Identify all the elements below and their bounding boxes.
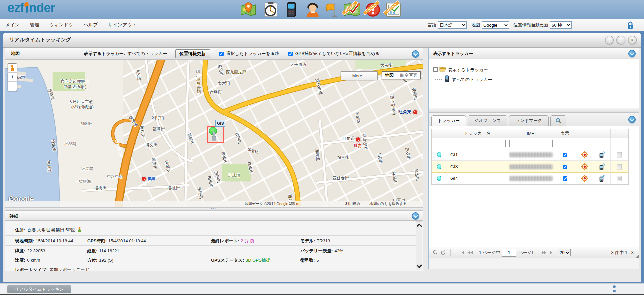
maximize-button[interactable]: + xyxy=(616,36,625,44)
menu-window[interactable]: ウィンドウ xyxy=(49,22,73,28)
tab-geofence[interactable]: ジオフェンス xyxy=(468,115,507,126)
imei-filter-input[interactable] xyxy=(509,140,553,147)
tracker-name-cell[interactable]: GI3 xyxy=(447,161,508,173)
map-street-label: 維港灣 xyxy=(81,166,93,172)
auto-update-select[interactable]: 60 秒 xyxy=(550,21,572,29)
update-location-button[interactable]: 位置情報更新 xyxy=(175,49,210,58)
tabs-collapse-chevron-icon[interactable] xyxy=(628,116,636,123)
tracker-connect-icon[interactable] xyxy=(593,173,611,184)
pager-first-icon[interactable] xyxy=(460,250,465,255)
details-scrollbar[interactable] xyxy=(416,221,422,270)
pager-total-label: 1 ページ中 xyxy=(479,250,500,256)
name-filter-input[interactable] xyxy=(449,140,506,147)
maptype-map-button[interactable]: 地図 xyxy=(382,71,397,79)
map-details-splitter[interactable]: ··· xyxy=(5,207,423,211)
pager-refresh-icon[interactable] xyxy=(440,250,446,255)
visible-checkbox[interactable] xyxy=(563,153,567,157)
details-collapse-chevron-icon[interactable] xyxy=(412,212,419,220)
pager-last-icon[interactable] xyxy=(549,250,554,255)
page-number-input[interactable] xyxy=(502,249,516,257)
menubar: メイン 管理 ウィンドウ ヘルプ サインアウト 言語 日本語 地図 Google… xyxy=(0,19,644,32)
resize-handle[interactable] xyxy=(636,255,639,258)
scroll-up-icon[interactable] xyxy=(417,224,422,229)
tracker-marker-label[interactable]: GI3 xyxy=(215,120,225,127)
map-street-label: 西九龍走廊 xyxy=(226,69,246,75)
map-street-label: 太子道西 xyxy=(290,62,306,68)
close-button[interactable]: × xyxy=(628,36,637,44)
tracker-name-cell[interactable]: GI4 xyxy=(447,173,508,184)
panel-vertical-splitter[interactable]: ⋮ xyxy=(423,48,428,269)
tree-root-label[interactable]: 表示するトラッカー xyxy=(448,67,488,73)
map-zoom-control: + − xyxy=(8,63,17,91)
visible-checkbox[interactable] xyxy=(563,165,567,169)
report-map-error-link[interactable]: 地図の誤りを報告する xyxy=(369,201,407,206)
menu-help[interactable]: ヘルプ xyxy=(84,22,98,28)
speed-field: 速度:0 km/h xyxy=(15,257,40,263)
tracker-connect-icon[interactable] xyxy=(593,149,611,161)
tracker-marker-person-icon[interactable] xyxy=(211,131,217,142)
menu-admin[interactable]: 管理 xyxy=(30,22,39,28)
map-street-label: 大南街 xyxy=(380,63,392,68)
tab-trackers[interactable]: トラッカー xyxy=(431,115,466,126)
side-panel-collapse-chevron-icon[interactable] xyxy=(628,50,636,57)
map-canvas[interactable]: 渡碼頭官立嘉道理爵士中學(西九龍)海輝道大角咀天主教小學(海帆道)凱帆軒海帆道浪… xyxy=(5,60,423,207)
history-icon[interactable] xyxy=(262,2,279,17)
locate-target-icon[interactable] xyxy=(576,161,593,173)
search-icon xyxy=(555,118,561,124)
map-street-label: 鐵樹街 xyxy=(220,151,229,164)
locate-target-icon[interactable] xyxy=(576,173,593,184)
taskbar-realtime-tracking-button[interactable]: リアルタイムトラッキン xyxy=(7,285,71,293)
user-icon[interactable] xyxy=(304,2,321,17)
locate-target-icon[interactable] xyxy=(576,149,593,161)
col-tracker-name[interactable]: トラッカー名 xyxy=(447,129,508,138)
tree-table-splitter[interactable]: ··· xyxy=(429,108,639,113)
map-street-label: 荔枝角道 xyxy=(314,78,324,95)
pager-prev-icon[interactable] xyxy=(467,250,473,255)
language-select[interactable]: 日本語 xyxy=(438,21,467,29)
zoom-in-button[interactable]: + xyxy=(8,73,17,82)
scroll-down-icon[interactable] xyxy=(417,263,422,268)
pegman-icon[interactable] xyxy=(8,64,17,73)
tracker-row-gi1[interactable]: GI1 xyxy=(432,149,628,161)
maptype-satellite-button[interactable]: 航空写真 xyxy=(397,71,421,79)
follow-tracker-checkbox[interactable] xyxy=(219,52,224,56)
include-nogps-checkbox[interactable] xyxy=(288,52,293,56)
map-street-label: 小學(海帆道) xyxy=(71,104,94,110)
page-size-select[interactable]: 20 xyxy=(558,249,571,256)
route-icon[interactable]: PREMIUM xyxy=(343,2,360,17)
visible-checkbox[interactable] xyxy=(563,176,567,181)
col-imei[interactable]: IMEI xyxy=(508,129,554,138)
col-visible[interactable]: 表示 xyxy=(554,129,576,138)
report-icon[interactable]: PREMIUM xyxy=(385,2,402,17)
terms-link[interactable]: 利用規約 xyxy=(345,201,360,206)
tree-collapse-icon[interactable] xyxy=(433,67,438,72)
tracker-icon[interactable] xyxy=(284,2,301,17)
minimize-button[interactable]: − xyxy=(605,36,614,44)
tracker-connect-icon[interactable] xyxy=(593,161,611,173)
map-provider-select[interactable]: Google xyxy=(482,21,509,29)
imei-redacted xyxy=(510,164,553,169)
status-dot-icon xyxy=(437,164,441,169)
tracker-row-gi4[interactable]: GI4 xyxy=(432,173,628,184)
menu-signout[interactable]: サインアウト xyxy=(108,22,137,28)
realtime-tracking-icon[interactable] xyxy=(240,2,257,17)
pager-search-icon[interactable] xyxy=(433,250,438,255)
zoom-out-button[interactable]: − xyxy=(8,82,17,91)
tab-landmark[interactable]: ランドマーク xyxy=(509,115,549,126)
tracker-row-gi3[interactable]: GI3 xyxy=(432,161,628,173)
tracker-table: トラッカー名 IMEI 表示 GI1 xyxy=(431,129,629,185)
toolbar-collapse-chevron-icon[interactable] xyxy=(412,50,419,58)
tracker-tree: 表示するトラッカー すべてのトラッカー xyxy=(429,59,639,108)
more-button[interactable]: More... xyxy=(341,71,378,80)
menu-main[interactable]: メイン xyxy=(5,22,20,28)
map-street-label: 快富街 xyxy=(337,155,349,160)
pager-next-icon[interactable] xyxy=(541,250,547,255)
heading-field: 方位:192 (S) xyxy=(87,257,113,263)
tree-all-trackers-label[interactable]: すべてのトラッカー xyxy=(452,77,492,83)
alert-icon[interactable]: PREMIUM xyxy=(364,2,382,17)
tracker-filter-value[interactable]: すべてのトラッカー xyxy=(127,51,167,57)
tracker-name-cell[interactable]: GI1 xyxy=(447,149,508,161)
lock-icon[interactable] xyxy=(626,21,634,30)
landmark-icon[interactable] xyxy=(324,2,341,17)
tab-search[interactable] xyxy=(550,115,566,126)
